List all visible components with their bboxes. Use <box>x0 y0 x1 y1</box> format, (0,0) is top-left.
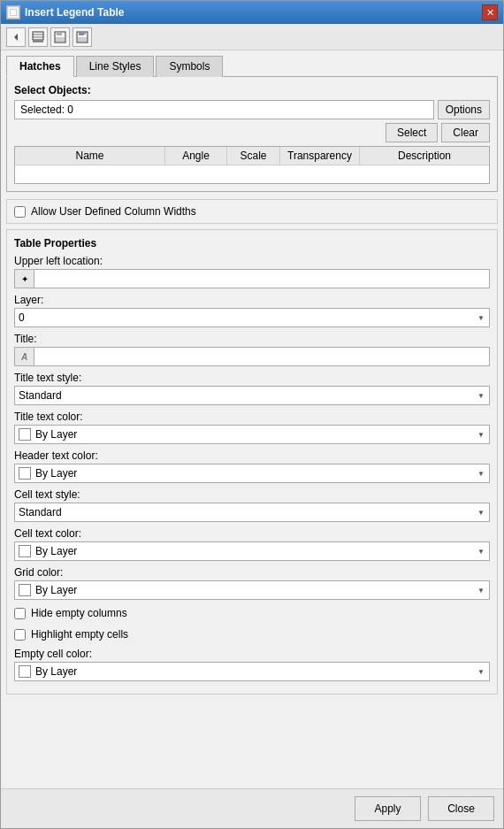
clear-button[interactable]: Clear <box>441 123 490 142</box>
title-text-color-swatch <box>19 428 31 441</box>
toolbar <box>1 24 503 50</box>
upper-left-input-wrapper: ✦ <box>14 269 490 288</box>
tab-bar: Hatches Line Styles Symbols <box>6 56 498 77</box>
title-text-style-select[interactable]: Standard <box>14 386 490 405</box>
hide-empty-columns-group: Hide empty columns <box>14 605 490 621</box>
header-text-color-label: Header text color: <box>14 449 490 462</box>
title-text-style-wrapper: Standard <box>14 386 490 405</box>
header-text-color-select[interactable]: By Layer <box>14 464 490 483</box>
highlight-empty-cells-checkbox[interactable] <box>14 629 26 641</box>
grid-color-group: Grid color: By Layer <box>14 566 490 600</box>
title-group: Title: A <box>14 333 490 366</box>
title-text-color-wrapper: By Layer <box>14 425 490 444</box>
hide-empty-columns-label: Hide empty columns <box>31 607 127 619</box>
svg-rect-9 <box>56 37 65 42</box>
empty-cell-color-label: Empty cell color: <box>14 648 490 660</box>
upper-left-label: Upper left location: <box>14 255 490 267</box>
layer-select[interactable]: 0 <box>14 308 490 327</box>
select-clear-row: Select Clear <box>14 123 490 142</box>
table-properties-title: Table Properties <box>14 237 490 249</box>
title-text-style-label: Title text style: <box>14 372 490 384</box>
grid-color-swatch <box>19 584 31 596</box>
layer-group: Layer: 0 <box>14 294 490 327</box>
empty-cell-color-group: Empty cell color: By Layer <box>14 648 490 681</box>
title-text-color-group: Title text color: By Layer <box>14 411 490 444</box>
save-alt-icon[interactable] <box>50 27 70 47</box>
allow-user-defined-label: Allow User Defined Column Widths <box>31 205 196 218</box>
header-text-color-value: By Layer <box>35 467 77 480</box>
allow-user-defined-checkbox[interactable] <box>14 206 26 218</box>
upper-left-icon[interactable]: ✦ <box>15 270 34 288</box>
svg-rect-12 <box>78 37 87 42</box>
cell-text-color-value: By Layer <box>35 545 77 557</box>
cell-text-style-group: Cell text style: Standard <box>14 488 490 522</box>
tab-line-styles[interactable]: Line Styles <box>76 56 155 77</box>
title-input-wrapper: A <box>14 347 490 366</box>
svg-rect-13 <box>83 32 86 35</box>
title-text-color-select[interactable]: By Layer <box>14 425 490 444</box>
svg-rect-4 <box>33 40 43 42</box>
empty-cell-color-wrapper: By Layer <box>14 662 490 681</box>
options-button[interactable]: Options <box>438 100 490 119</box>
cell-text-style-wrapper: Standard <box>14 503 490 522</box>
arrow-left-icon[interactable] <box>6 27 26 47</box>
hatches-panel: Select Objects: Selected: 0 Options Sele… <box>6 76 498 192</box>
col-description: Description <box>360 147 489 165</box>
close-button[interactable]: Close <box>428 796 494 821</box>
header-text-color-group: Header text color: By Layer <box>14 449 490 483</box>
cell-text-color-label: Cell text color: <box>14 527 490 540</box>
title-bar-left: Insert Legend Table <box>6 5 124 19</box>
cell-text-color-wrapper: By Layer <box>14 541 490 561</box>
main-window: Insert Legend Table ✕ <box>0 0 504 829</box>
cell-text-color-swatch <box>19 545 31 557</box>
cell-text-style-label: Cell text style: <box>14 488 490 501</box>
grid-color-select[interactable]: By Layer <box>14 580 490 600</box>
hatches-table: Name Angle Scale Transparency Descriptio… <box>14 146 490 184</box>
title-input[interactable] <box>34 348 489 365</box>
header-text-color-wrapper: By Layer <box>14 464 490 483</box>
empty-cell-color-swatch <box>19 665 31 678</box>
svg-rect-8 <box>57 32 62 35</box>
select-button[interactable]: Select <box>386 123 438 142</box>
svg-marker-2 <box>14 34 18 41</box>
hide-empty-columns-checkbox[interactable] <box>14 608 26 619</box>
select-objects-label: Select Objects: <box>14 84 490 96</box>
col-scale: Scale <box>227 147 280 165</box>
save-icon[interactable] <box>73 27 92 47</box>
main-content: Hatches Line Styles Symbols Select Objec… <box>1 50 503 788</box>
selected-display: Selected: 0 <box>14 100 434 119</box>
cell-text-style-select[interactable]: Standard <box>14 503 490 522</box>
empty-cell-color-select[interactable]: By Layer <box>14 662 490 681</box>
empty-cell-color-value: By Layer <box>35 665 77 678</box>
upper-left-input[interactable] <box>34 270 489 288</box>
tab-symbols[interactable]: Symbols <box>156 56 223 77</box>
header-text-color-swatch <box>19 467 31 480</box>
allow-user-defined-row: Allow User Defined Column Widths <box>6 199 498 224</box>
select-objects-row: Selected: 0 Options <box>14 100 490 119</box>
grid-color-wrapper: By Layer <box>14 580 490 600</box>
window-icon <box>6 5 20 19</box>
apply-button[interactable]: Apply <box>355 796 421 821</box>
title-text-color-value: By Layer <box>35 428 77 441</box>
footer: Apply Close <box>1 788 503 828</box>
title-icon[interactable]: A <box>15 348 34 365</box>
svg-rect-3 <box>33 32 43 40</box>
upper-left-group: Upper left location: ✦ <box>14 255 490 288</box>
grid-color-label: Grid color: <box>14 566 490 579</box>
tab-hatches[interactable]: Hatches <box>6 56 74 77</box>
layer-select-wrapper: 0 <box>14 308 490 327</box>
highlight-empty-cells-label: Highlight empty cells <box>31 628 128 641</box>
table-properties-section: Table Properties Upper left location: ✦ … <box>6 229 498 695</box>
window-title: Insert Legend Table <box>25 6 124 19</box>
title-label: Title: <box>14 333 490 345</box>
title-text-color-label: Title text color: <box>14 411 490 423</box>
col-angle: Angle <box>165 147 227 165</box>
table-header: Name Angle Scale Transparency Descriptio… <box>15 147 489 165</box>
close-window-button[interactable]: ✕ <box>482 4 498 20</box>
grid-color-value: By Layer <box>35 584 77 596</box>
layer-label: Layer: <box>14 294 490 306</box>
title-bar: Insert Legend Table ✕ <box>1 1 503 24</box>
display-icon[interactable] <box>28 27 48 47</box>
table-body <box>15 165 489 183</box>
cell-text-color-select[interactable]: By Layer <box>14 541 490 561</box>
